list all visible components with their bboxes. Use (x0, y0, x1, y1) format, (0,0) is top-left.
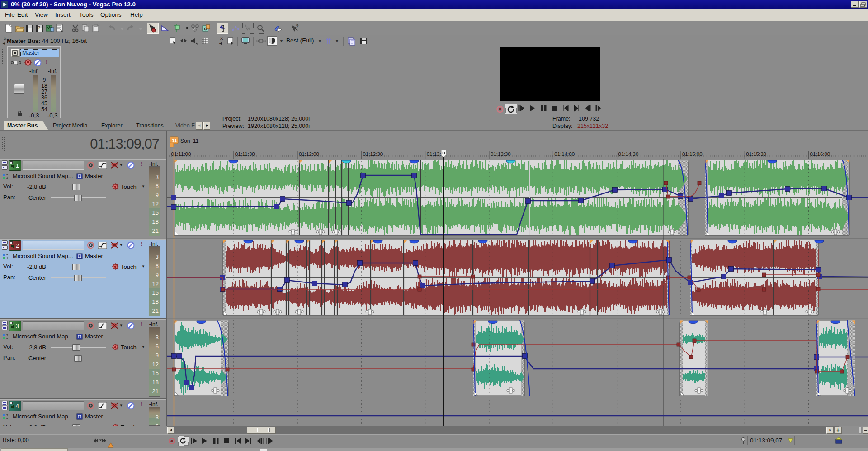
svg-text:Son_11: Son_11 (180, 138, 199, 144)
svg-text:01:15:30: 01:15:30 (746, 151, 766, 157)
svg-text:01:15:00: 01:15:00 (682, 151, 703, 157)
svg-text:01:11:30: 01:11:30 (235, 151, 255, 157)
svg-text:01:13:30: 01:13:30 (491, 151, 511, 157)
svg-text:01:16:00: 01:16:00 (810, 151, 830, 157)
svg-text:?: ? (296, 23, 299, 29)
svg-text:01:12:30: 01:12:30 (363, 151, 383, 157)
svg-text:11: 11 (172, 138, 177, 143)
svg-text:01:12:00: 01:12:00 (299, 151, 319, 157)
svg-text:?: ? (38, 25, 40, 30)
svg-text:01:14:00: 01:14:00 (554, 151, 575, 157)
svg-text:01:14:30: 01:14:30 (618, 151, 639, 157)
